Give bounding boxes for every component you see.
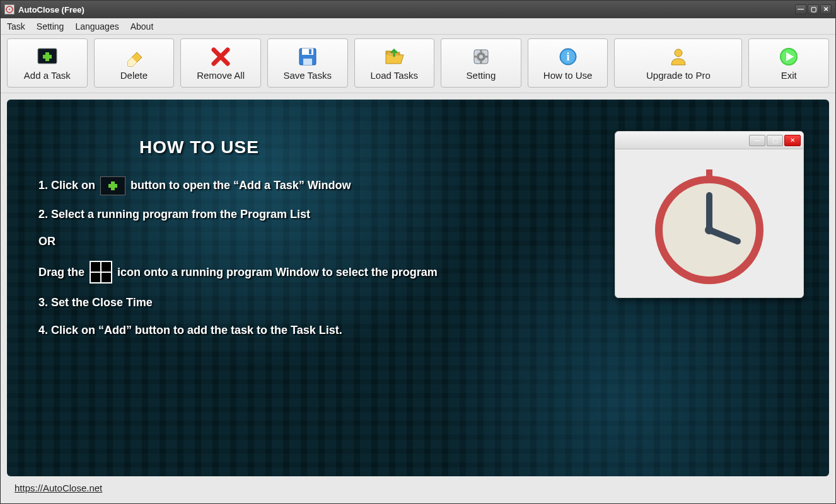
add-task-inline-icon — [100, 176, 125, 195]
svg-rect-4 — [43, 55, 52, 59]
exit-button[interactable]: Exit — [748, 38, 829, 88]
x-icon — [210, 46, 231, 67]
window-title: AutoClose (Free) — [18, 5, 84, 14]
button-label: Save Tasks — [283, 70, 331, 81]
crosshair-icon — [90, 261, 112, 284]
titlebar: AutoClose (Free) ― ▢ ✕ — [1, 1, 835, 18]
website-link[interactable]: https://AutoClose.net — [15, 483, 102, 493]
info-icon: i — [557, 46, 579, 67]
svg-rect-10 — [309, 49, 311, 54]
button-label: Upgrade to Pro — [646, 70, 711, 81]
svg-rect-8 — [302, 49, 313, 55]
load-tasks-button[interactable]: Load Tasks — [354, 38, 435, 88]
how-to-use-button[interactable]: i How to Use — [528, 38, 608, 88]
menu-setting[interactable]: Setting — [37, 21, 64, 32]
delete-button[interactable]: Delete — [94, 38, 175, 88]
menubar: Task Setting Languages About — [1, 18, 835, 35]
button-label: Remove All — [197, 70, 245, 81]
setting-button[interactable]: Setting — [441, 38, 521, 88]
illus-close-icon: ✕ — [784, 135, 801, 146]
svg-text:i: i — [566, 50, 569, 63]
svg-point-33 — [705, 226, 714, 234]
remove-all-button[interactable]: Remove All — [180, 38, 261, 88]
add-task-button[interactable]: Add a Task — [7, 38, 88, 88]
play-green-icon — [778, 46, 799, 67]
menu-task[interactable]: Task — [7, 21, 25, 32]
svg-rect-30 — [706, 169, 712, 181]
maximize-button[interactable]: ▢ — [808, 4, 819, 14]
step-4: 4. Click on “Add” button to add the task… — [38, 323, 798, 338]
howto-panel: HOW TO USE 1. Click on button to open th… — [7, 100, 829, 476]
upgrade-button[interactable]: Upgrade to Pro — [614, 38, 742, 88]
button-label: Exit — [781, 70, 797, 81]
clock-icon — [646, 161, 772, 287]
floppy-icon — [297, 46, 318, 67]
app-icon — [4, 4, 15, 14]
button-label: Delete — [120, 70, 148, 81]
button-label: Add a Task — [24, 70, 71, 81]
step-text: button to open the “Add a Task” Window — [131, 178, 351, 193]
content-area: HOW TO USE 1. Click on button to open th… — [1, 93, 835, 503]
svg-point-1 — [9, 9, 10, 10]
add-icon — [37, 46, 58, 67]
save-tasks-button[interactable]: Save Tasks — [267, 38, 348, 88]
close-button[interactable]: ✕ — [820, 4, 832, 14]
step-text: 1. Click on — [38, 178, 95, 193]
user-gold-icon — [668, 46, 689, 67]
svg-point-21 — [675, 49, 682, 57]
app-window: AutoClose (Free) ― ▢ ✕ Task Setting Lang… — [0, 0, 836, 504]
illus-maximize-icon: ▢ — [767, 135, 783, 146]
minimize-button[interactable]: ― — [795, 4, 806, 14]
svg-rect-26 — [108, 184, 117, 188]
button-label: Setting — [467, 70, 496, 81]
folder-open-icon — [383, 46, 405, 67]
menu-about[interactable]: About — [131, 21, 154, 32]
menu-languages[interactable]: Languages — [75, 21, 119, 32]
step-text: Drag the — [38, 265, 84, 280]
toolbar: Add a Task Delete Remove All Save Tasks … — [1, 35, 835, 93]
eraser-icon — [123, 46, 144, 67]
button-label: How to Use — [543, 70, 593, 81]
svg-rect-9 — [303, 59, 312, 65]
step-text: icon onto a running program Window to se… — [117, 265, 438, 280]
illus-minimize-icon: ― — [749, 135, 765, 146]
button-label: Load Tasks — [371, 70, 419, 81]
gear-icon — [470, 46, 492, 67]
clock-illustration: ― ▢ ✕ — [615, 131, 804, 298]
footer: https://AutoClose.net — [7, 476, 829, 497]
svg-point-13 — [479, 55, 483, 59]
